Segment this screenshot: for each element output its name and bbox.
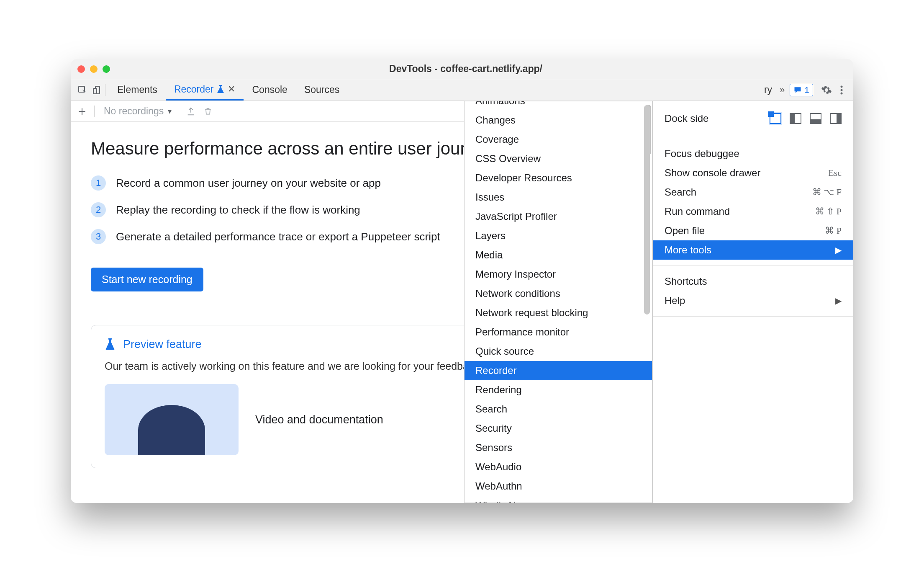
submenu-item-changes[interactable]: Changes	[465, 111, 652, 130]
dock-undock-icon[interactable]	[770, 113, 781, 124]
svg-point-3	[841, 85, 843, 88]
dock-left-icon[interactable]	[790, 113, 801, 124]
menu-item-open-file[interactable]: Open file⌘ P	[653, 221, 853, 240]
submenu-item-what-s-new[interactable]: What's New	[465, 496, 652, 503]
submenu-item-network-request-blocking[interactable]: Network request blocking	[465, 303, 652, 322]
submenu-list: AnimationsChangesCoverageCSS OverviewDev…	[465, 101, 652, 503]
media-caption: Video and documentation	[255, 413, 383, 426]
submenu-item-security[interactable]: Security	[465, 419, 652, 438]
submenu-item-sensors[interactable]: Sensors	[465, 438, 652, 457]
menu-item-help[interactable]: Help▶	[653, 291, 853, 310]
menu-shortcut: ⌘ ⇧ P	[815, 206, 842, 217]
minimize-window-button[interactable]	[90, 65, 98, 73]
menu-item-label: Focus debuggee	[665, 148, 739, 160]
divider	[105, 84, 105, 96]
menu-item-search[interactable]: Search⌘ ⌥ F	[653, 183, 853, 202]
svg-point-4	[841, 89, 843, 91]
tab-label: Sources	[304, 84, 339, 95]
flask-icon	[105, 338, 116, 351]
divider	[181, 106, 181, 117]
kebab-menu-icon[interactable]	[834, 82, 849, 98]
dock-right-icon[interactable]	[830, 113, 842, 124]
inspect-icon[interactable]	[75, 82, 90, 98]
submenu-item-webauthn[interactable]: WebAuthn	[465, 477, 652, 496]
submenu-item-memory-inspector[interactable]: Memory Inspector	[465, 265, 652, 284]
start-recording-button[interactable]: Start new recording	[91, 268, 203, 291]
step-text: Replay the recording to check if the flo…	[116, 204, 360, 217]
tab-sources[interactable]: Sources	[296, 79, 348, 101]
menu-shortcut: Esc	[828, 168, 842, 178]
tab-console[interactable]: Console	[244, 79, 295, 101]
more-tools-submenu: AnimationsChangesCoverageCSS OverviewDev…	[464, 101, 652, 503]
close-tab-icon[interactable]: ✕	[228, 84, 235, 95]
submenu-item-network-conditions[interactable]: Network conditions	[465, 284, 652, 303]
export-icon[interactable]	[186, 107, 199, 116]
main-menu-items-2: ShortcutsHelp▶	[653, 266, 853, 317]
video-thumbnail[interactable]	[105, 384, 239, 455]
submenu-arrow-icon: ▶	[835, 245, 842, 255]
panel-tabs: Elements Recorder ✕ Console Sources	[109, 79, 348, 101]
submenu-item-quick-source[interactable]: Quick source	[465, 342, 652, 361]
menu-item-label: Run command	[665, 206, 730, 217]
new-recording-icon[interactable]: ＋	[75, 103, 89, 120]
tab-label: Console	[252, 84, 287, 95]
menu-item-label: Open file	[665, 225, 705, 237]
menu-item-more-tools[interactable]: More tools▶	[653, 240, 853, 260]
submenu-item-javascript-profiler[interactable]: JavaScript Profiler	[465, 207, 652, 226]
divider	[94, 106, 95, 117]
menu-item-show-console-drawer[interactable]: Show console drawerEsc	[653, 163, 853, 183]
tab-recorder[interactable]: Recorder ✕	[166, 79, 244, 101]
close-window-button[interactable]	[77, 65, 85, 73]
menu-item-label: More tools	[665, 244, 711, 256]
submenu-item-css-overview[interactable]: CSS Overview	[465, 149, 652, 168]
submenu-item-animations[interactable]: Animations	[465, 101, 652, 111]
dock-side-row: Dock side	[653, 107, 853, 132]
main-menu: Dock side Focus debuggeeShow console dra…	[652, 101, 853, 503]
submenu-item-media[interactable]: Media	[465, 245, 652, 265]
chevron-down-icon: ▾	[168, 107, 172, 116]
menu-item-label: Search	[665, 186, 696, 198]
menu-item-label: Help	[665, 295, 685, 307]
dock-bottom-icon[interactable]	[810, 113, 821, 124]
submenu-item-rendering[interactable]: Rendering	[465, 380, 652, 400]
dock-side-label: Dock side	[665, 113, 708, 124]
devtools-topbar: Elements Recorder ✕ Console Sources ry »…	[71, 79, 853, 101]
submenu-item-coverage[interactable]: Coverage	[465, 130, 652, 149]
recording-selector-label: No recordings	[104, 106, 164, 117]
submenu-item-performance-monitor[interactable]: Performance monitor	[465, 322, 652, 342]
menu-item-label: Shortcuts	[665, 276, 707, 287]
preview-title-text: Preview feature	[123, 338, 202, 351]
fullscreen-window-button[interactable]	[103, 65, 110, 73]
messages-count: 1	[804, 85, 809, 95]
submenu-item-search[interactable]: Search	[465, 400, 652, 419]
submenu-item-issues[interactable]: Issues	[465, 188, 652, 207]
tab-label: Recorder	[174, 84, 214, 95]
step-number: 3	[91, 229, 106, 244]
window-title: DevTools - coffee-cart.netlify.app/	[110, 63, 821, 75]
menu-item-run-command[interactable]: Run command⌘ ⇧ P	[653, 202, 853, 221]
main-menu-items: Focus debuggeeShow console drawerEscSear…	[653, 138, 853, 266]
tab-elements[interactable]: Elements	[109, 79, 166, 101]
device-toggle-icon[interactable]	[90, 82, 105, 98]
svg-rect-2	[93, 88, 97, 94]
submenu-item-recorder[interactable]: Recorder	[465, 361, 652, 380]
submenu-item-layers[interactable]: Layers	[465, 226, 652, 245]
delete-icon[interactable]	[204, 107, 216, 116]
submenu-item-webaudio[interactable]: WebAudio	[465, 457, 652, 477]
menu-shortcut: ⌘ P	[825, 225, 842, 236]
scrollbar-thumb[interactable]	[644, 105, 650, 315]
messages-badge[interactable]: 1	[790, 84, 813, 96]
settings-gear-icon[interactable]	[819, 82, 834, 98]
devtools-window: DevTools - coffee-cart.netlify.app/ Elem…	[71, 59, 853, 503]
recording-selector[interactable]: No recordings ▾	[100, 106, 176, 117]
step-number: 1	[91, 175, 106, 191]
more-tabs-chevron-icon[interactable]: »	[775, 85, 790, 95]
menu-item-focus-debuggee[interactable]: Focus debuggee	[653, 144, 853, 163]
tab-overflow-hint: ry	[764, 84, 775, 95]
step-number: 2	[91, 202, 106, 217]
submenu-item-developer-resources[interactable]: Developer Resources	[465, 168, 652, 188]
menu-item-shortcuts[interactable]: Shortcuts	[653, 272, 853, 291]
step-text: Record a common user journey on your web…	[116, 177, 381, 190]
menu-item-label: Show console drawer	[665, 167, 760, 179]
dock-icons	[770, 113, 842, 124]
